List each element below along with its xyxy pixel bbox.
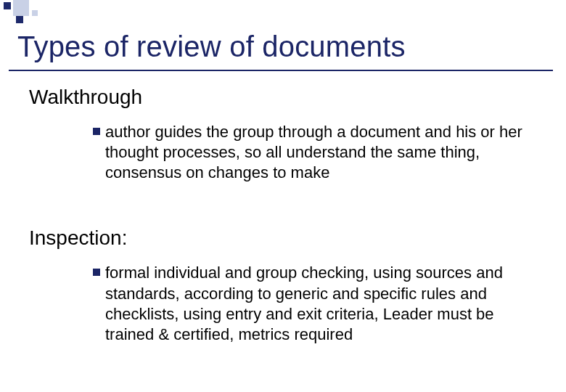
bullet-text: formal individual and group checking, us… [105, 263, 522, 345]
page-title: Types of review of documents [17, 30, 406, 63]
content-area: Walkthrough author guides the group thro… [29, 86, 537, 388]
bullet-text: author guides the group through a docume… [105, 122, 522, 183]
bullet-item: author guides the group through a docume… [29, 122, 537, 183]
bullet-item: formal individual and group checking, us… [29, 263, 537, 345]
section-inspection: Inspection: formal individual and group … [29, 226, 537, 345]
bullet-icon [93, 128, 100, 135]
section-heading: Walkthrough [29, 86, 537, 109]
section-walkthrough: Walkthrough author guides the group thro… [29, 86, 537, 183]
section-heading: Inspection: [29, 226, 537, 250]
decor-square [13, 0, 29, 16]
decor-square [16, 16, 23, 23]
title-underline [9, 70, 553, 71]
bullet-icon [93, 269, 100, 276]
decor-square [32, 10, 38, 16]
decor-square [4, 2, 11, 9]
